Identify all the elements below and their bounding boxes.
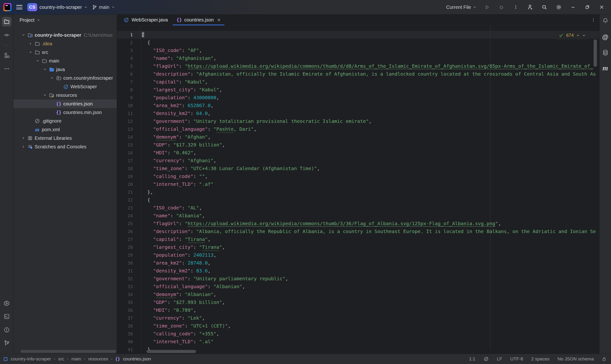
restore-icon[interactable] xyxy=(584,4,591,11)
more-dots-icon[interactable] xyxy=(2,64,12,74)
vcs-widget[interactable]: main xyxy=(92,4,115,10)
line-number[interactable]: 4 xyxy=(117,54,140,62)
tab-options-icon[interactable] xyxy=(591,14,596,25)
line-number[interactable]: 34 xyxy=(117,290,140,299)
vertical-scrollbar[interactable] xyxy=(594,39,597,67)
line-number[interactable]: 2 xyxy=(117,39,140,47)
chevron-down-icon[interactable] xyxy=(35,59,41,63)
tree-item--gitignore[interactable]: .gitignore xyxy=(13,117,117,125)
breadcrumb-item[interactable]: country-info-scraper xyxy=(11,356,51,362)
next-problem-icon[interactable] xyxy=(582,34,586,37)
line-number[interactable]: 19 xyxy=(117,172,140,180)
tree-item-webscraper[interactable]: CWebScraper xyxy=(13,82,117,91)
breadcrumb-item[interactable]: src xyxy=(58,356,64,362)
line-number[interactable]: 22 xyxy=(117,196,140,204)
line-number[interactable]: 41 xyxy=(117,346,140,353)
line-number[interactable]: 5 xyxy=(117,62,140,70)
indent-setting[interactable]: 2 spaces xyxy=(531,356,549,362)
line-number[interactable]: 30 xyxy=(117,259,140,267)
line-number[interactable]: 39 xyxy=(117,330,140,338)
chevron-down-icon[interactable] xyxy=(20,33,27,37)
caret-position[interactable]: 1:1 xyxy=(469,356,475,362)
run-icon[interactable] xyxy=(484,4,491,11)
lock-open-icon[interactable] xyxy=(602,357,607,361)
line-number[interactable]: 37 xyxy=(117,314,140,322)
maven-icon[interactable]: m xyxy=(602,65,608,72)
search-icon[interactable] xyxy=(541,4,548,11)
commit-icon[interactable] xyxy=(2,30,12,40)
problems-icon[interactable] xyxy=(2,325,12,335)
horizontal-scrollbar[interactable] xyxy=(147,350,196,353)
line-number[interactable]: 24 xyxy=(117,212,140,220)
line-number[interactable]: 6 xyxy=(117,70,140,78)
line-number[interactable]: 21 xyxy=(117,188,140,196)
line-number[interactable]: 26 xyxy=(117,228,140,235)
line-number[interactable]: 10 xyxy=(117,102,140,109)
tree-item-countries-json[interactable]: {}countries.json xyxy=(13,100,117,108)
code-area[interactable]: [ { "ISO_code": "AF", "name": "Afghanist… xyxy=(142,31,599,353)
menu-icon[interactable] xyxy=(16,5,22,9)
line-number[interactable]: 16 xyxy=(117,149,140,157)
prev-problem-icon[interactable] xyxy=(576,34,580,37)
tree-item-scratches-and-consoles[interactable]: Scratches and Consoles xyxy=(13,143,117,151)
tree-item-external-libraries[interactable]: External Libraries xyxy=(13,134,117,143)
highlighting-level-icon[interactable] xyxy=(484,356,489,362)
tree-item--idea[interactable]: .idea xyxy=(13,39,117,48)
line-number[interactable]: 1 xyxy=(117,31,140,39)
line-number[interactable]: 15 xyxy=(117,141,140,149)
settings-icon[interactable] xyxy=(555,4,562,11)
debug-icon[interactable] xyxy=(498,4,505,11)
line-number[interactable]: 32 xyxy=(117,275,140,283)
database-icon[interactable] xyxy=(602,49,609,56)
line-number[interactable]: 27 xyxy=(117,235,140,243)
inspections-widget[interactable]: 674 xyxy=(556,31,589,39)
project-widget[interactable]: CS country-info-scraper xyxy=(27,3,87,11)
chevron-down-icon[interactable] xyxy=(49,76,55,80)
more-icon[interactable] xyxy=(512,4,519,11)
tree-item-java[interactable]: java xyxy=(13,65,117,74)
line-number[interactable]: 28 xyxy=(117,243,140,251)
line-number[interactable]: 3 xyxy=(117,47,140,54)
panel-horizontal-scrollbar[interactable] xyxy=(21,350,116,353)
tree-item-country-info-scraper[interactable]: country-info-scraperC:\Users\muc xyxy=(13,31,117,39)
minimize-icon[interactable] xyxy=(570,4,577,11)
line-number[interactable]: 31 xyxy=(117,267,140,275)
project-panel-header[interactable]: Project xyxy=(13,14,117,26)
breadcrumb-item[interactable]: countries.json xyxy=(123,356,151,362)
tree-item-src[interactable]: src xyxy=(13,48,117,56)
tab-countries-json[interactable]: {}countries.json✕ xyxy=(172,14,225,25)
close-icon[interactable] xyxy=(598,4,605,11)
chevron-right-icon[interactable] xyxy=(20,136,27,140)
json-schema-selector[interactable]: No JSON schema xyxy=(557,356,594,362)
line-number[interactable]: 33 xyxy=(117,283,140,290)
line-number[interactable]: 9 xyxy=(117,94,140,102)
line-number[interactable]: 13 xyxy=(117,125,140,133)
line-number[interactable]: 11 xyxy=(117,109,140,117)
line-number[interactable]: 14 xyxy=(117,133,140,141)
tree-item-main[interactable]: main xyxy=(13,56,117,65)
terminal-icon[interactable] xyxy=(2,312,12,321)
tree-item-resources[interactable]: resources xyxy=(13,91,117,100)
add-user-icon[interactable] xyxy=(527,4,534,11)
line-number[interactable]: 7 xyxy=(117,78,140,86)
breadcrumb-item[interactable]: resources xyxy=(88,356,108,362)
line-number[interactable]: 23 xyxy=(117,204,140,212)
line-number[interactable]: 25 xyxy=(117,220,140,228)
git-icon[interactable] xyxy=(2,338,12,348)
chevron-right-icon[interactable] xyxy=(27,42,34,45)
breadcrumb-item[interactable]: main xyxy=(71,356,81,362)
line-number[interactable]: 29 xyxy=(117,251,140,259)
line-number[interactable]: 17 xyxy=(117,157,140,165)
project-folder-icon[interactable] xyxy=(2,17,12,26)
chevron-down-icon[interactable] xyxy=(42,68,48,71)
file-encoding[interactable]: UTF-8 xyxy=(510,356,523,362)
line-number[interactable]: 40 xyxy=(117,338,140,346)
tab-webscraper-java[interactable]: CWebScraper.java xyxy=(119,14,172,25)
line-number[interactable]: 12 xyxy=(117,117,140,125)
tree-item-pom-xml[interactable]: mpom.xml xyxy=(13,125,117,134)
ai-assistant-icon[interactable]: @ xyxy=(602,33,608,41)
structure-icon[interactable] xyxy=(2,51,12,60)
close-tab-icon[interactable]: ✕ xyxy=(217,17,221,23)
line-number[interactable]: 20 xyxy=(117,180,140,188)
line-number[interactable]: 18 xyxy=(117,165,140,172)
